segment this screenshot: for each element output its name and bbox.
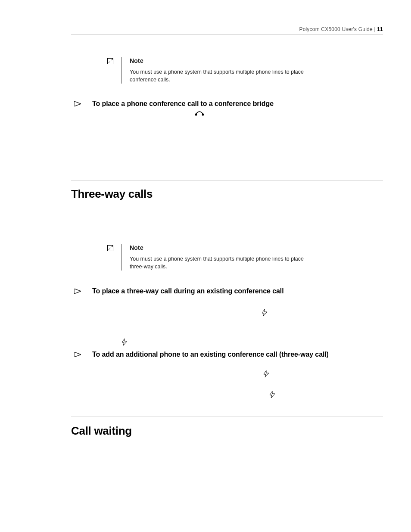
svg-point-2 (195, 113, 197, 116)
page-number: 11 (377, 26, 383, 32)
svg-marker-10 (270, 391, 275, 398)
procedure-label: To place a three-way call during an exis… (92, 286, 284, 296)
note-text: You must use a phone system that support… (130, 68, 315, 84)
flash-icon (122, 339, 127, 348)
procedure-label: To add an additional phone to an existin… (92, 350, 329, 359)
note-title: Note (130, 57, 315, 65)
triangle-bullet-icon (74, 101, 81, 106)
note-text: You must use a phone system that support… (130, 255, 315, 271)
handset-icon (195, 110, 204, 118)
svg-point-3 (202, 113, 204, 116)
note-icon (107, 58, 114, 65)
page: Polycom CX5000 User's Guide | 11 Note Yo… (0, 0, 411, 532)
procedure-heading: To add an additional phone to an existin… (74, 350, 377, 359)
procedure-heading: To place a phone conference call to a co… (74, 99, 377, 109)
svg-marker-8 (74, 352, 81, 357)
svg-marker-9 (264, 370, 269, 377)
heading-call-waiting: Call waiting (71, 423, 132, 439)
heading-three-way-calls: Three-way calls (71, 186, 153, 202)
procedure-heading: To place a three-way call during an exis… (74, 286, 377, 296)
triangle-bullet-icon (74, 289, 81, 294)
note-body: Note You must use a phone system that su… (130, 242, 315, 272)
svg-marker-1 (74, 101, 81, 106)
flash-icon (262, 309, 267, 318)
note-vertical-rule (121, 244, 122, 271)
procedure-label: To place a phone conference call to a co… (92, 99, 274, 109)
note-vertical-rule (121, 57, 122, 84)
running-header: Polycom CX5000 User's Guide | 11 (299, 26, 383, 33)
note-block: Note You must use a phone system that su… (107, 55, 359, 85)
triangle-bullet-icon (74, 352, 81, 357)
flash-icon (264, 370, 269, 380)
doc-title: Polycom CX5000 User's Guide (299, 26, 372, 32)
svg-marker-7 (122, 339, 127, 345)
section-rule (71, 417, 383, 417)
svg-marker-6 (262, 309, 267, 316)
header-rule (71, 34, 383, 35)
header-separator: | (373, 26, 377, 32)
note-title: Note (130, 244, 315, 252)
section-rule (71, 180, 383, 180)
note-block: Note You must use a phone system that su… (107, 242, 359, 272)
svg-marker-5 (74, 289, 81, 294)
note-body: Note You must use a phone system that su… (130, 55, 315, 85)
flash-icon (270, 391, 275, 400)
note-icon (107, 245, 114, 252)
